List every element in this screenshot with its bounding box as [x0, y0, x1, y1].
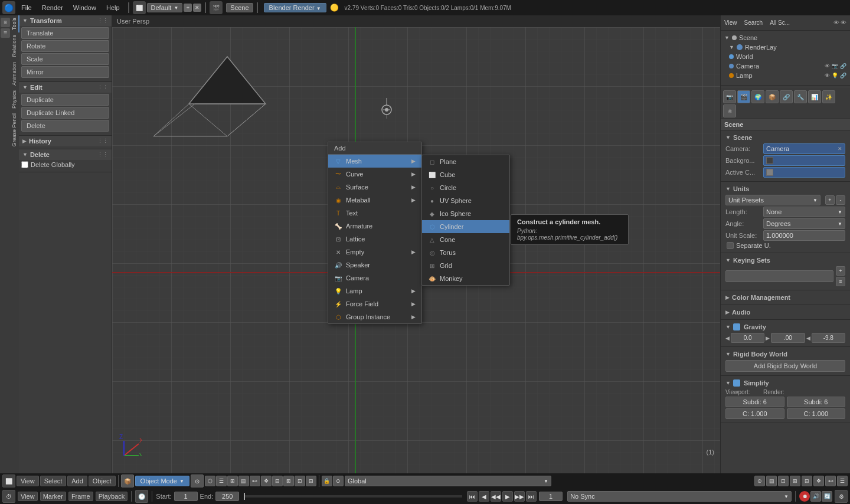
lamp-link-icon[interactable]: 🔗 — [840, 73, 846, 78]
viewport-right-btn-7[interactable]: ⊷ — [825, 476, 836, 486]
c2-field[interactable]: C: 1.000 — [787, 408, 846, 419]
vp-icon-1[interactable]: ⬡ — [205, 476, 215, 486]
timeline-cursor[interactable] — [244, 493, 245, 500]
viewport-right-btn-4[interactable]: ⊞ — [790, 476, 800, 486]
timeline-playback-btn[interactable]: Playback — [96, 492, 128, 501]
view-menu-btn[interactable]: View — [17, 476, 39, 486]
camera-eye-icon[interactable]: 👁 — [825, 63, 830, 69]
keying-add-btn[interactable]: + — [836, 266, 845, 276]
unit-presets-select[interactable]: Unit Presets ▼ — [725, 195, 820, 205]
audio-btn[interactable]: 🔊 — [810, 491, 821, 502]
submenu-cylinder[interactable]: ⬡ Cylinder Construct a cylinder mesh. Py… — [422, 220, 509, 233]
edit-options[interactable]: ⋮⋮ — [97, 84, 108, 90]
workspace-selector[interactable]: Default ▼ — [147, 3, 183, 12]
submenu-cone[interactable]: △ Cone — [422, 233, 509, 246]
tab-render[interactable]: 📷 — [723, 90, 736, 103]
eye-icon-2[interactable]: 👁 — [841, 19, 846, 26]
tab-object[interactable]: 📦 — [766, 90, 779, 103]
vp-icon-3[interactable]: ⊞ — [227, 476, 238, 486]
menu-item-lamp[interactable]: 💡 Lamp ▶ — [328, 284, 421, 297]
prev-frame-btn[interactable]: ◀ — [479, 491, 489, 502]
menu-item-groupinstance[interactable]: ⬡ Group Instance ▶ — [328, 310, 421, 323]
play-btn[interactable]: ▶ — [502, 491, 513, 502]
current-frame-input[interactable]: 1 — [539, 492, 563, 501]
menu-item-speaker[interactable]: 🔊 Speaker — [328, 258, 421, 271]
timeline-marker-btn[interactable]: Marker — [40, 492, 66, 501]
background-field-value[interactable] — [763, 155, 845, 166]
vp-icon-7[interactable]: ⊟ — [272, 476, 283, 486]
c1-field[interactable]: C: 1.000 — [725, 408, 784, 419]
menu-item-text[interactable]: T Text — [328, 207, 421, 220]
viewport-right-btn-6[interactable]: ❖ — [813, 476, 824, 486]
submenu-circle[interactable]: ○ Circle — [422, 181, 509, 194]
eye-icon-1[interactable]: 👁 — [833, 19, 839, 26]
toolbar-btn-2[interactable]: ☰ — [1, 28, 10, 38]
sidebar-tab-relations[interactable]: Relations — [10, 32, 19, 60]
translate-btn[interactable]: Translate — [21, 27, 109, 39]
camera-render-icon[interactable]: 📷 — [832, 63, 838, 69]
add-workspace-btn[interactable]: + — [184, 4, 192, 12]
mode-selector[interactable]: Object Mode ▼ — [135, 476, 189, 486]
unit-scale-value[interactable]: 1.000000 — [763, 230, 845, 241]
select-menu-btn[interactable]: Select — [40, 476, 67, 486]
tab-scene[interactable]: 🎬 — [737, 90, 750, 103]
clock-icon[interactable]: 🕐 — [135, 490, 148, 503]
tab-physics[interactable]: ⚛ — [723, 104, 736, 117]
viewport-subdi-field[interactable]: Subdi: 6 — [725, 397, 784, 407]
menu-render[interactable]: Render — [37, 3, 68, 12]
start-frame-input[interactable]: 1 — [174, 492, 198, 501]
constraint-icon-2[interactable]: ⊙ — [333, 476, 344, 486]
gravity-z-field[interactable]: -9.8 — [812, 333, 845, 343]
unit-add-btn[interactable]: + — [825, 195, 835, 205]
delete-section-options[interactable]: ⋮⋮ — [97, 152, 108, 158]
add-menu-btn[interactable]: Add — [67, 476, 87, 486]
history-options[interactable]: ⋮⋮ — [97, 138, 108, 144]
object-menu-btn[interactable]: Object — [89, 476, 116, 486]
duplicate-btn[interactable]: Duplicate — [21, 94, 109, 106]
timeline-view-btn[interactable]: View — [18, 492, 38, 501]
camera-link-icon[interactable]: 🔗 — [840, 63, 846, 69]
sidebar-tab-animation[interactable]: Animation — [10, 60, 19, 88]
submenu-grid[interactable]: ⊞ Grid — [422, 259, 509, 272]
toolbar-btn-1[interactable]: ⊞ — [1, 18, 10, 27]
tab-constraints[interactable]: 🔗 — [780, 90, 793, 103]
camera-field-value[interactable]: Camera ✕ — [763, 143, 845, 154]
length-select[interactable]: None ▼ — [763, 207, 845, 217]
vp-icon-9[interactable]: ⊡ — [295, 476, 305, 486]
gravity-x-field[interactable]: 0.0 — [731, 333, 764, 343]
viewport-right-btn-1[interactable]: ⊙ — [754, 476, 765, 486]
scale-btn[interactable]: Scale — [21, 53, 109, 65]
gravity-left-arrow-2[interactable]: ◀ — [806, 335, 810, 341]
menu-item-surface[interactable]: ⌓ Surface ▶ — [328, 181, 421, 194]
jump-start-btn[interactable]: ⏮ — [467, 491, 478, 502]
gravity-y-field[interactable]: .00 — [771, 333, 805, 343]
gravity-header[interactable]: ▼ Gravity — [723, 322, 848, 332]
tab-particles[interactable]: ✨ — [822, 90, 835, 103]
end-frame-input[interactable]: 250 — [215, 492, 239, 501]
keying-list[interactable] — [725, 270, 833, 282]
scene-selector[interactable]: Scene — [226, 3, 253, 12]
viewport-icon-btn[interactable]: ⬜ — [2, 474, 15, 487]
submenu-uvsphere[interactable]: ● UV Sphere — [422, 194, 509, 207]
pivot-select[interactable]: Global ▼ — [345, 476, 551, 486]
menu-item-empty[interactable]: ✕ Empty ▶ — [328, 246, 421, 258]
vp-icon-6[interactable]: ❖ — [261, 476, 272, 486]
tab-modifiers[interactable]: 🔧 — [794, 90, 807, 103]
sync-btn[interactable]: 🔄 — [822, 491, 832, 502]
lamp-render-icon[interactable]: 💡 — [832, 73, 838, 78]
view-btn-outliner[interactable]: View — [724, 19, 737, 26]
viewport-shade-icon[interactable]: ⊙ — [191, 474, 204, 487]
separate-u-checkbox[interactable] — [727, 242, 734, 249]
tab-world[interactable]: 🌍 — [751, 90, 764, 103]
menu-item-armature[interactable]: 🦴 Armature — [328, 220, 421, 233]
submenu-monkey[interactable]: 🐵 Monkey — [422, 272, 509, 285]
jump-end-btn[interactable]: ⏭ — [526, 491, 537, 502]
menu-item-metaball[interactable]: ◉ Metaball ▶ — [328, 194, 421, 207]
menu-file[interactable]: File — [17, 3, 37, 12]
submenu-cube[interactable]: ⬜ Cube — [422, 168, 509, 181]
activec-field-value[interactable] — [763, 167, 845, 178]
audio-header[interactable]: ▶ Audio — [723, 307, 848, 317]
tab-data[interactable]: 📊 — [808, 90, 821, 103]
lamp-eye-icon[interactable]: 👁 — [825, 73, 830, 78]
transform-header[interactable]: ▼ Transform ⋮⋮ — [19, 15, 112, 26]
